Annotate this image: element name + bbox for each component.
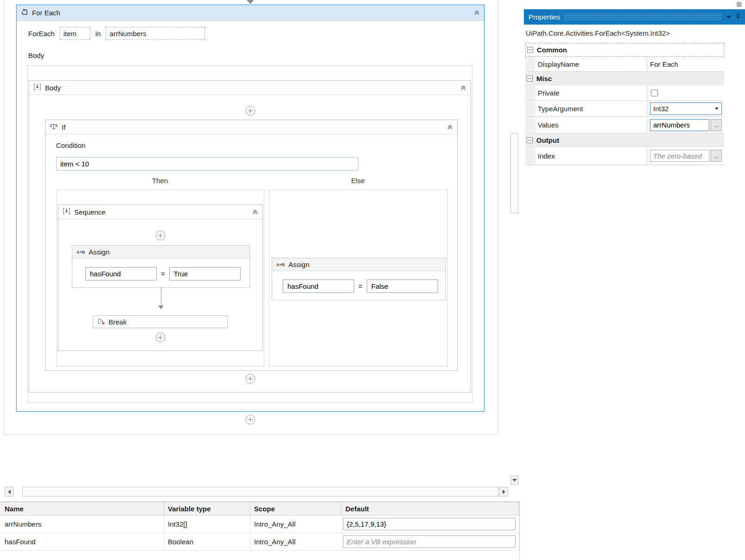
add-activity-button[interactable]	[245, 106, 255, 116]
else-label: Else	[269, 177, 447, 185]
collapse-icon[interactable]	[252, 210, 258, 215]
property-label: Values	[535, 117, 647, 133]
property-row-private: Private	[525, 85, 724, 101]
collapse-section-icon[interactable]	[527, 137, 533, 143]
foreach-body-drop-area[interactable]: Body	[27, 65, 472, 403]
foreach-label: ForEach	[28, 30, 55, 38]
index-browse-button[interactable]: ...	[711, 150, 722, 162]
assign-value-input[interactable]	[169, 267, 241, 280]
collapse-section-icon[interactable]	[527, 47, 533, 53]
properties-panel: Properties UiPath.Core.Activities.ForEac…	[524, 0, 745, 560]
for-each-title: For Each	[32, 9, 60, 17]
variable-name-cell[interactable]: arrNumbers	[0, 515, 165, 533]
foreach-collection-input[interactable]	[106, 27, 205, 40]
body-sequence-header[interactable]: Body	[29, 81, 471, 95]
assign-header[interactable]: A+B Assign	[272, 258, 446, 271]
vertical-scrollbar-thumb[interactable]	[510, 133, 518, 213]
variable-row[interactable]: arrNumbers Int32[] Intro_Any_All	[0, 515, 519, 533]
foreach-item-input[interactable]	[60, 27, 90, 40]
else-drop-area[interactable]: A+B Assign =	[269, 190, 448, 367]
variable-name-cell[interactable]: hasFound	[0, 533, 165, 550]
row-gutter	[525, 85, 535, 100]
activity-assign-else[interactable]: A+B Assign =	[272, 258, 446, 300]
section-common-label: Common	[537, 46, 567, 54]
variables-header-row: Name Variable type Scope Default	[0, 502, 519, 515]
property-row-values: Values ...	[525, 117, 724, 134]
condition-label: Condition	[56, 141, 85, 149]
section-output-label: Output	[536, 136, 559, 144]
assign-title: Assign	[288, 261, 309, 268]
then-sequence-header[interactable]: Sequence	[58, 205, 262, 219]
property-row-index: Index ...	[525, 147, 724, 165]
section-misc[interactable]: Misc	[525, 72, 724, 85]
then-sequence-title: Sequence	[74, 208, 106, 216]
variable-default-input[interactable]	[343, 518, 516, 530]
add-activity-button[interactable]	[245, 374, 255, 384]
column-header-default: Default	[342, 502, 519, 515]
assign-to-input[interactable]	[85, 267, 157, 280]
activity-then-sequence[interactable]: Sequence	[58, 204, 263, 351]
down-arrow-icon	[512, 479, 517, 482]
assign-to-input[interactable]	[283, 280, 354, 293]
condition-input[interactable]	[56, 157, 358, 171]
variable-type-cell[interactable]: Boolean	[165, 533, 250, 550]
activity-break[interactable]: Break	[93, 315, 228, 328]
variable-default-input[interactable]	[343, 535, 516, 548]
uipath-designer: For Each ForEach in Body	[0, 0, 745, 560]
scroll-down-button[interactable]	[510, 476, 518, 485]
then-drop-area[interactable]: Sequence	[57, 190, 264, 367]
values-input[interactable]	[650, 119, 709, 131]
row-gutter	[525, 117, 535, 133]
connector-arrowhead-icon	[158, 305, 164, 309]
assign-expression-row: =	[272, 271, 446, 293]
variable-scope-cell[interactable]: Intro_Any_All	[250, 515, 342, 533]
variable-scope-cell[interactable]: Intro_Any_All	[250, 533, 342, 550]
assign-title: Assign	[89, 248, 109, 256]
collapse-icon[interactable]	[474, 10, 480, 15]
properties-title-bar[interactable]: Properties	[524, 9, 745, 25]
scroll-left-button[interactable]	[5, 487, 13, 496]
if-header[interactable]: If	[45, 120, 457, 134]
typeargument-dropdown[interactable]: Int32	[650, 102, 722, 115]
horizontal-scrollbar-thumb[interactable]	[22, 487, 498, 496]
assign-value-input[interactable]	[367, 280, 438, 293]
values-browse-button[interactable]: ...	[711, 119, 722, 131]
dropdown-arrow-icon	[715, 108, 719, 110]
equals-sign: =	[358, 282, 363, 290]
then-label: Then	[57, 177, 263, 185]
dock-handle-icon[interactable]	[737, 2, 742, 7]
row-gutter	[525, 101, 535, 116]
add-activity-button[interactable]	[155, 332, 166, 343]
property-label: Index	[535, 147, 647, 165]
section-common[interactable]: Common	[525, 43, 724, 57]
break-title: Break	[108, 318, 127, 326]
break-icon	[97, 318, 105, 326]
for-each-header[interactable]: For Each	[17, 5, 484, 21]
if-icon	[50, 123, 58, 131]
collapse-icon[interactable]	[447, 125, 453, 130]
add-activity-button[interactable]	[155, 230, 166, 241]
section-output[interactable]: Output	[525, 134, 724, 147]
variable-type-cell[interactable]: Int32[]	[165, 515, 250, 533]
property-label: TypeArgument	[535, 101, 647, 116]
activity-assign-then[interactable]: A+B Assign =	[72, 245, 250, 288]
add-activity-button[interactable]	[245, 414, 255, 425]
displayname-value[interactable]: For Each	[648, 60, 678, 68]
scroll-right-button[interactable]	[499, 487, 508, 496]
column-header-scope: Scope	[250, 502, 342, 515]
chevron-down-icon[interactable]	[726, 16, 731, 19]
pin-icon[interactable]	[735, 13, 741, 21]
collapse-icon[interactable]	[460, 85, 466, 90]
variable-row[interactable]: hasFound Boolean Intro_Any_All	[0, 533, 519, 551]
activity-if[interactable]: If Condition Then Else	[45, 120, 458, 371]
index-input[interactable]	[650, 150, 709, 162]
activity-for-each[interactable]: For Each ForEach in Body	[16, 5, 484, 412]
sequence-icon	[33, 83, 41, 92]
titlebar-texture	[564, 13, 722, 21]
collapse-section-icon[interactable]	[527, 76, 533, 82]
equals-sign: =	[161, 270, 165, 278]
assign-header[interactable]: A+B Assign	[72, 246, 249, 259]
right-arrow-icon	[503, 490, 505, 494]
private-checkbox[interactable]	[651, 89, 658, 96]
activity-body-sequence[interactable]: Body	[29, 80, 471, 393]
